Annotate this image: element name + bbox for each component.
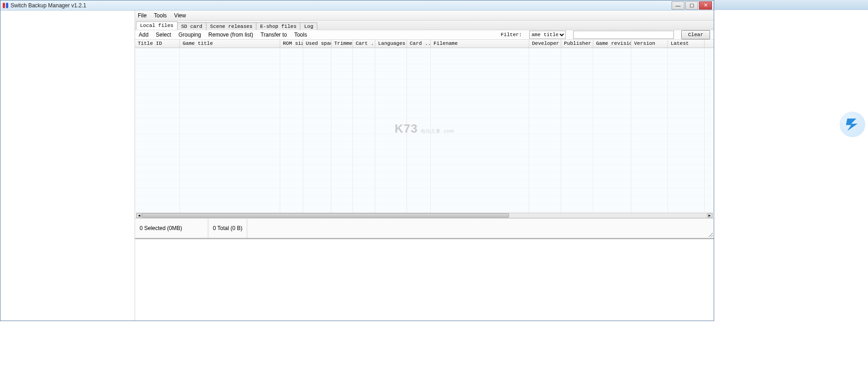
titlebar[interactable]: Switch Backup Manager v1.2.1 — ▢ ✕ <box>0 0 714 11</box>
resize-grip-icon[interactable] <box>707 231 713 237</box>
toolbar-tools[interactable]: Tools <box>294 32 307 38</box>
tab-sd-card[interactable]: SD card <box>177 22 206 30</box>
toolbar-grouping[interactable]: Grouping <box>179 32 201 38</box>
app-icon <box>2 2 9 9</box>
toolbar-remove[interactable]: Remove (from list) <box>208 32 253 38</box>
filter-label: Filter: <box>501 32 522 37</box>
table-header: Title ID Game title ROM size Used space … <box>135 40 714 48</box>
bottom-pane <box>135 238 714 321</box>
left-panel <box>0 11 135 321</box>
horizontal-scrollbar[interactable]: ◄ ► <box>136 213 713 218</box>
col-version[interactable]: Version <box>631 40 668 48</box>
col-trimmed[interactable]: Trimmed <box>331 40 353 48</box>
tab-scene-releases[interactable]: Scene releases <box>206 22 256 30</box>
col-game-title[interactable]: Game title <box>180 40 280 48</box>
filter-dropdown[interactable]: ame title <box>529 31 566 39</box>
menu-file[interactable]: File <box>138 12 146 19</box>
scroll-track[interactable] <box>142 213 707 218</box>
toolbar: Add Select Grouping Remove (from list) T… <box>135 30 714 40</box>
toolbar-transfer[interactable]: Transfer to <box>260 32 287 38</box>
right-panel: File Tools View Local files SD card Scen… <box>135 11 714 321</box>
col-rom-size[interactable]: ROM size <box>280 40 303 48</box>
minimize-button[interactable]: — <box>672 1 684 10</box>
col-title-id[interactable]: Title ID <box>135 40 180 48</box>
menubar: File Tools View <box>135 11 714 21</box>
svg-rect-0 <box>3 3 5 8</box>
thunder-app-icon[interactable] <box>840 112 865 137</box>
filter-input[interactable] <box>573 31 674 39</box>
col-cart[interactable]: Cart ... <box>353 40 375 48</box>
tab-local-files[interactable]: Local files <box>136 21 178 30</box>
toolbar-select[interactable]: Select <box>156 32 171 38</box>
svg-rect-1 <box>6 3 8 8</box>
scroll-left-button[interactable]: ◄ <box>136 213 142 218</box>
col-filename[interactable]: Filename <box>431 40 529 48</box>
col-publisher[interactable]: Publisher <box>561 40 593 48</box>
body-area: File Tools View Local files SD card Scen… <box>0 11 714 321</box>
taskbar-background <box>714 0 868 10</box>
col-developer[interactable]: Developer <box>529 40 561 48</box>
scroll-right-button[interactable]: ► <box>707 213 712 218</box>
window-title: Switch Backup Manager v1.2.1 <box>11 2 86 9</box>
col-game-revision[interactable]: Game revision <box>593 40 631 48</box>
col-latest[interactable]: Latest <box>668 40 705 48</box>
table: Title ID Game title ROM size Used space … <box>135 40 714 218</box>
col-used-space[interactable]: Used space <box>303 40 331 48</box>
app-window: Switch Backup Manager v1.2.1 — ▢ ✕ File … <box>0 0 714 321</box>
menu-view[interactable]: View <box>174 12 186 19</box>
status-total: 0 Total (0 B) <box>208 219 247 238</box>
col-languages[interactable]: Languages <box>375 40 407 48</box>
table-body[interactable]: K73 电玩之家 .com <box>135 48 714 213</box>
clear-button[interactable]: Clear <box>681 30 710 39</box>
menu-tools[interactable]: Tools <box>154 12 167 19</box>
scroll-thumb[interactable] <box>142 213 509 218</box>
tab-eshop-files[interactable]: E-shop files <box>256 22 300 30</box>
status-selected: 0 Selected (0MB) <box>135 219 208 238</box>
close-button[interactable]: ✕ <box>699 1 712 10</box>
statusbar: 0 Selected (0MB) 0 Total (0 B) <box>135 218 714 238</box>
tab-log[interactable]: Log <box>300 22 317 30</box>
tabbar: Local files SD card Scene releases E-sho… <box>135 21 714 30</box>
maximize-button[interactable]: ▢ <box>685 1 698 10</box>
toolbar-add[interactable]: Add <box>139 32 148 38</box>
col-card[interactable]: Card ... <box>407 40 431 48</box>
